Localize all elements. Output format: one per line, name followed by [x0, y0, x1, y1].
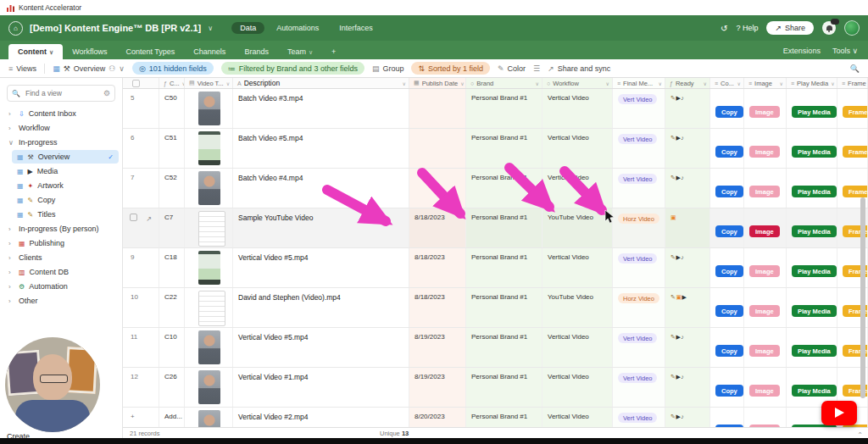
play-media-button[interactable]: Play Media: [792, 186, 837, 197]
ready-cell[interactable]: ✎▶♪: [665, 89, 710, 128]
video-thumbnail[interactable]: [198, 330, 220, 364]
workflow-cell[interactable]: Vertical Video: [542, 328, 613, 367]
publish-date-cell[interactable]: [409, 129, 466, 168]
brand-cell[interactable]: Personal Brand #1: [466, 408, 542, 427]
sidebar-item-in-progress-by-person[interactable]: ›In-progress (By person): [3, 222, 119, 236]
video-thumb-cell[interactable]: [185, 408, 233, 427]
column-header-workflow[interactable]: ○Workflow∨: [542, 78, 613, 88]
brand-cell[interactable]: Personal Brand #1: [466, 248, 542, 287]
frame-button[interactable]: Frame: [843, 146, 868, 158]
color-button[interactable]: ✎Color: [498, 64, 526, 73]
column-header-play-media[interactable]: ≡Play Media∨: [787, 78, 837, 88]
chevron-down-icon[interactable]: ∨: [737, 80, 741, 86]
sidebar-item-media[interactable]: ▦▶Media: [12, 164, 119, 178]
publish-date-cell[interactable]: 8/18/2023: [409, 208, 466, 247]
brand-cell[interactable]: Personal Brand #1: [466, 288, 542, 327]
publish-date-cell[interactable]: 8/19/2023: [409, 328, 466, 367]
row-number-cell[interactable]: 5 ↗: [123, 89, 159, 128]
copy-button[interactable]: Copy: [715, 265, 743, 277]
share-button[interactable]: ↗Share: [766, 21, 814, 35]
play-media-cell[interactable]: Play Media: [787, 288, 837, 327]
final-media-cell[interactable]: Vert Video: [613, 328, 665, 367]
tab-[interactable]: +: [322, 44, 345, 59]
tab-channels[interactable]: Channels: [184, 44, 235, 59]
content-id-cell[interactable]: C22: [159, 288, 185, 327]
content-id-cell[interactable]: C10: [159, 328, 185, 367]
column-header-co[interactable]: ≡Co...∨: [710, 78, 744, 88]
table-row[interactable]: 6 ↗ C51 Batch Video #5.mp4 Personal Bran…: [123, 129, 868, 169]
tabsbar-extensions[interactable]: Extensions: [783, 47, 821, 55]
title-caret-icon[interactable]: ∨: [208, 25, 213, 32]
chevron-down-icon[interactable]: ∨: [403, 80, 406, 86]
tab-workflows[interactable]: Workflows: [63, 44, 116, 59]
row-checkbox[interactable]: [130, 214, 137, 221]
row-number-cell[interactable]: 6 ↗: [123, 129, 159, 168]
table-row[interactable]: 11 ↗ C10 Vertical Video #5.mp4 8/19/2023…: [123, 328, 868, 368]
description-cell[interactable]: Batch Video #3.mp4: [233, 89, 409, 128]
workflow-cell[interactable]: Vertical Video: [542, 408, 613, 427]
ready-cell[interactable]: ✎▶♪: [665, 328, 710, 367]
image-cell[interactable]: Image: [744, 208, 787, 247]
tab-team[interactable]: Team∨: [278, 44, 322, 59]
brand-cell[interactable]: Personal Brand #1: [466, 328, 542, 367]
chevron-icon[interactable]: ∨: [8, 139, 14, 147]
image-button[interactable]: Image: [749, 385, 780, 397]
workflow-cell[interactable]: Vertical Video: [542, 368, 613, 407]
frame-cell[interactable]: Frame: [837, 129, 868, 168]
row-height-button[interactable]: ☰: [533, 64, 540, 73]
workflow-cell[interactable]: Vertical Video: [542, 129, 613, 168]
chevron-icon[interactable]: ›: [8, 254, 14, 262]
copy-cell[interactable]: Copy: [710, 248, 744, 287]
description-cell[interactable]: Vertical Video #2.mp4: [233, 408, 409, 427]
video-thumb-cell[interactable]: [185, 368, 233, 407]
video-thumb-cell[interactable]: [185, 288, 233, 327]
chevron-down-icon[interactable]: ∨: [704, 80, 707, 86]
video-thumbnail[interactable]: [198, 291, 225, 326]
sidebar-item-copy[interactable]: ▦✎Copy: [12, 193, 119, 207]
find-a-view[interactable]: 🔍 ⚙: [7, 85, 115, 102]
copy-button[interactable]: Copy: [715, 225, 743, 237]
avatar[interactable]: [844, 20, 860, 36]
video-thumbnail[interactable]: [198, 251, 220, 285]
chevron-icon[interactable]: ›: [8, 297, 14, 305]
row-number-cell[interactable]: 10 ↗: [123, 288, 159, 327]
final-media-cell[interactable]: Horz Video: [613, 208, 665, 247]
image-button[interactable]: Image: [749, 225, 780, 237]
copy-button[interactable]: Copy: [715, 345, 743, 357]
play-media-cell[interactable]: Play Media: [787, 129, 837, 168]
chevron-down-icon[interactable]: ∨: [536, 80, 539, 86]
sidebar-item-content-db[interactable]: ›▥Content DB: [3, 265, 119, 279]
video-thumbnail[interactable]: [198, 171, 220, 205]
image-cell[interactable]: Image: [744, 328, 787, 367]
content-id-cell[interactable]: C18: [159, 248, 185, 287]
nav-data[interactable]: Data: [231, 22, 264, 34]
hidden-fields-button[interactable]: ◎101 hidden fields: [132, 62, 214, 75]
play-media-button[interactable]: Play Media: [792, 146, 837, 158]
chevron-icon[interactable]: ›: [8, 269, 14, 276]
column-header-brand[interactable]: ○Brand∨: [466, 78, 542, 88]
sidebar-item-artwork[interactable]: ▦✦Artwork: [12, 179, 119, 192]
table-row[interactable]: + ↗ Add... Vertical Video #2.mp4 8/20/20…: [123, 408, 868, 428]
description-cell[interactable]: Sample YouTube Video: [233, 208, 409, 247]
copy-button[interactable]: Copy: [715, 146, 743, 158]
description-cell[interactable]: Vertical Video #5.mp4: [233, 328, 409, 367]
content-id-cell[interactable]: C51: [159, 129, 185, 168]
video-thumbnail[interactable]: [198, 370, 220, 404]
nav-interfaces[interactable]: Interfaces: [331, 22, 381, 34]
chevron-icon[interactable]: ›: [8, 225, 14, 233]
column-header-final-me[interactable]: ≡Final Me...∨: [613, 78, 665, 88]
description-cell[interactable]: Vertical Video #5.mp4: [233, 248, 409, 287]
copy-cell[interactable]: Copy: [710, 169, 744, 208]
table-row[interactable]: 9 ↗ C18 Vertical Video #5.mp4 8/18/2023 …: [123, 248, 868, 288]
final-media-cell[interactable]: Vert Video: [613, 248, 665, 287]
row-number-cell[interactable]: 11 ↗: [123, 328, 159, 367]
content-id-cell[interactable]: Add...: [159, 408, 185, 427]
workflow-cell[interactable]: Vertical Video: [542, 89, 613, 128]
table-row[interactable]: 10 ↗ C22 David and Stephen (Video).mp4 8…: [123, 288, 868, 328]
nav-automations[interactable]: Automations: [268, 22, 327, 34]
content-id-cell[interactable]: C50: [159, 89, 185, 128]
image-button[interactable]: Image: [749, 186, 780, 197]
play-media-button[interactable]: Play Media: [792, 265, 837, 277]
chevron-down-icon[interactable]: ∨: [226, 80, 230, 86]
play-media-button[interactable]: Play Media: [792, 385, 837, 397]
